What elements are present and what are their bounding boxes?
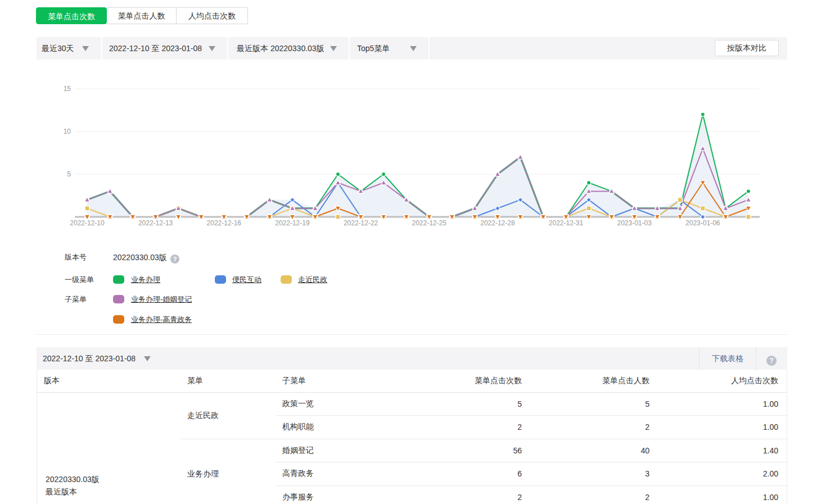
svg-text:2023-01-06: 2023-01-06 (685, 219, 720, 227)
svg-text:5: 5 (67, 170, 71, 178)
svg-text:10: 10 (64, 128, 71, 135)
svg-text:15: 15 (64, 85, 71, 93)
